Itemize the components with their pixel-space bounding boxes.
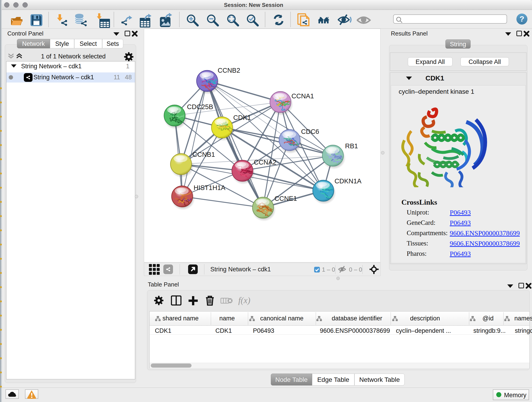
svg-text:CDC25B: CDC25B bbox=[187, 103, 213, 110]
svg-text:CDC6: CDC6 bbox=[301, 128, 319, 135]
svg-text:CCNB2: CCNB2 bbox=[218, 67, 240, 74]
svg-text:CCNA1: CCNA1 bbox=[291, 92, 314, 100]
svg-text:RB1: RB1 bbox=[345, 142, 358, 150]
svg-text:CCNB1: CCNB1 bbox=[192, 151, 215, 158]
svg-text:HIST1H1A: HIST1H1A bbox=[194, 184, 225, 191]
svg-text:CDK1: CDK1 bbox=[233, 114, 251, 121]
svg-text:CCNA2: CCNA2 bbox=[254, 159, 276, 166]
svg-text:CDKN1A: CDKN1A bbox=[335, 177, 361, 185]
svg-text:CCNE1: CCNE1 bbox=[274, 195, 297, 202]
